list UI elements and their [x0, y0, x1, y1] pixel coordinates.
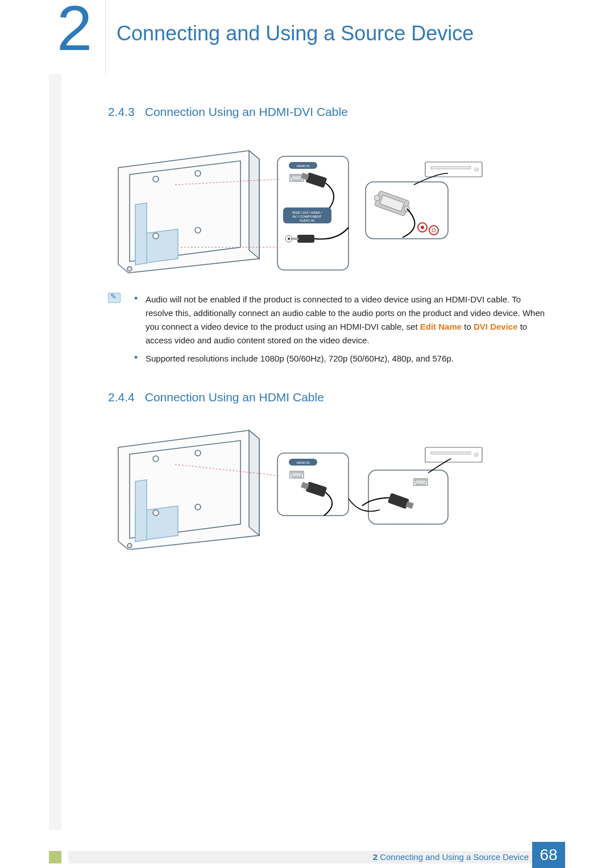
svg-text:AUDIO IN: AUDIO IN: [300, 219, 315, 222]
diagram-hdmi: HDMI IN: [113, 425, 488, 550]
section-heading-244: 2.4.4Connection Using an HDMI Cable: [108, 391, 546, 404]
footer-page-number: 68: [532, 842, 565, 868]
svg-point-7: [153, 233, 159, 239]
footer-chapter-ref: 2: [373, 852, 377, 862]
svg-point-9: [127, 267, 132, 271]
svg-rect-58: [368, 470, 448, 524]
svg-point-47: [127, 543, 132, 548]
bullet-item: Audio will not be enabled if the product…: [134, 293, 546, 347]
port-label-hdmi-in: HDMI IN: [297, 461, 310, 464]
svg-point-36: [421, 226, 424, 229]
section-number: 2.4.4: [108, 391, 135, 404]
svg-marker-1: [249, 151, 259, 259]
sidebar-stripe: [49, 0, 61, 830]
section-number: 2.4.3: [108, 105, 135, 118]
svg-point-57: [475, 453, 478, 456]
bullet-item: Supported resolutions include 1080p (50/…: [134, 352, 546, 366]
svg-marker-51: [291, 472, 302, 477]
svg-rect-56: [431, 452, 471, 454]
svg-point-43: [153, 456, 159, 462]
svg-point-44: [195, 450, 201, 456]
svg-marker-60: [415, 480, 426, 484]
port-label-hdmi-in: HDMI IN: [297, 164, 310, 168]
svg-marker-4: [135, 203, 147, 265]
svg-rect-23: [291, 238, 298, 240]
footer-accent: [49, 851, 61, 863]
svg-marker-42: [135, 480, 147, 542]
footer-title: Connecting and Using a Source Device: [380, 852, 529, 862]
svg-rect-27: [431, 167, 471, 169]
svg-rect-22: [297, 235, 314, 243]
svg-point-46: [195, 504, 201, 510]
svg-rect-26: [425, 162, 482, 177]
svg-text:RGB / DVI / HDMI /: RGB / DVI / HDMI /: [292, 211, 322, 214]
svg-point-28: [475, 168, 478, 171]
svg-point-8: [195, 227, 201, 233]
svg-point-37: [432, 229, 435, 232]
note-block: Audio will not be enabled if the product…: [108, 293, 546, 370]
svg-point-5: [153, 176, 159, 182]
svg-marker-13: [291, 176, 302, 180]
svg-point-21: [288, 238, 290, 240]
page-content: 2.4.3Connection Using an HDMI-DVI Cable: [108, 105, 546, 567]
footer-divider: [61, 851, 68, 863]
page-footer: 2 Connecting and Using a Source Device 6…: [49, 834, 565, 868]
section-heading-243: 2.4.3Connection Using an HDMI-DVI Cable: [108, 105, 546, 119]
svg-point-6: [195, 171, 201, 176]
chapter-title: Connecting and Using a Source Device: [117, 22, 474, 45]
chapter-number: 2: [57, 0, 92, 60]
svg-text:AV / COMPONENT: AV / COMPONENT: [292, 215, 322, 218]
section-title: Connection Using an HDMI-DVI Cable: [145, 105, 348, 118]
svg-rect-55: [425, 447, 482, 462]
svg-marker-39: [249, 430, 259, 535]
svg-point-45: [153, 510, 159, 516]
note-icon: [108, 293, 121, 303]
chapter-badge: 2: [49, 0, 106, 74]
note-bullets: Audio will not be enabled if the product…: [134, 293, 546, 370]
footer-text: 2 Connecting and Using a Source Device: [373, 852, 529, 862]
section-title: Connection Using an HDMI Cable: [145, 391, 324, 404]
diagram-hdmi-dvi: HDMI IN RGB / DVI / HDMI / AV / COMPONEN…: [113, 139, 488, 276]
